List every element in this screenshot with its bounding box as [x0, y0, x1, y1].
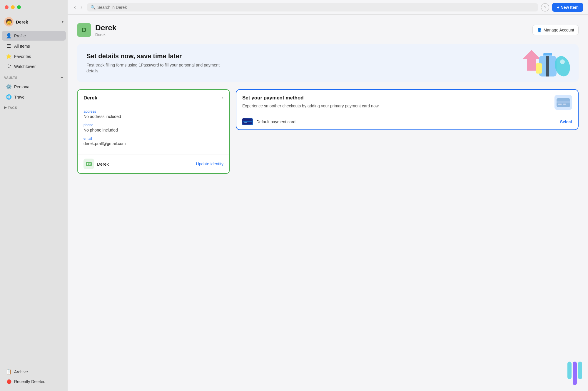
banner: Set details now, save time later Fast tr… — [77, 44, 579, 82]
toolbar: ‹ › 🔍 ? + New Item — [68, 0, 588, 15]
sidebar-item-watchtower[interactable]: 🛡 Watchtower — [2, 62, 66, 71]
profile-field-phone: phone No phone included — [83, 123, 223, 132]
email-value: derek.prall@gmail.com — [83, 141, 223, 146]
traffic-light-yellow[interactable] — [11, 5, 15, 9]
profile-card-fields: address No address included phone No pho… — [78, 105, 229, 154]
svg-rect-4 — [546, 56, 549, 76]
sidebar-item-archive[interactable]: 📋 Archive — [2, 367, 66, 377]
phone-value: No phone included — [83, 128, 223, 132]
cards-row: Derek › address No address included phon… — [77, 89, 579, 174]
identity-icon — [83, 159, 94, 169]
svg-rect-17 — [243, 121, 252, 122]
star-icon: ⭐ — [6, 54, 12, 59]
chevron-down-icon: ▾ — [62, 20, 64, 24]
svg-rect-18 — [244, 122, 247, 123]
main-content: ‹ › 🔍 ? + New Item D Derek Derek 👤 Ma — [68, 0, 588, 391]
trash-icon: 🔴 — [6, 379, 12, 384]
search-icon: 🔍 — [91, 5, 96, 10]
sidebar-item-personal[interactable]: ⚙️ Personal — [2, 82, 66, 91]
payment-card-illustration — [554, 95, 572, 110]
banner-illustration — [514, 47, 573, 79]
sidebar-username: Derek — [16, 19, 62, 24]
sidebar-item-label: Watchtower — [14, 64, 36, 69]
deco-bar-2 — [573, 362, 577, 385]
all-items-icon: ☰ — [6, 43, 12, 49]
chevron-right-icon: › — [222, 95, 223, 101]
default-payment-label: Default payment card — [256, 119, 557, 124]
sidebar-item-travel[interactable]: 🌐 Travel — [2, 92, 66, 102]
sidebar-item-recently-deleted[interactable]: 🔴 Recently Deleted — [2, 377, 66, 386]
banner-title: Set details now, save time later — [86, 52, 569, 60]
traffic-light-red[interactable] — [5, 5, 9, 9]
forward-button[interactable]: › — [79, 4, 84, 11]
svg-point-6 — [560, 59, 565, 64]
page-subtitle: Derek — [95, 32, 532, 37]
payment-card-top: Set your payment method Experience smoot… — [236, 90, 578, 114]
svg-rect-11 — [89, 164, 91, 165]
sidebar-item-all-items[interactable]: ☰ All Items — [2, 41, 66, 51]
sidebar-item-label: Personal — [14, 84, 30, 89]
nav-arrows: ‹ › — [72, 4, 84, 11]
profile-icon: 👤 — [6, 33, 12, 39]
deco-bar-1 — [567, 362, 572, 379]
svg-rect-13 — [557, 101, 570, 103]
identity-info: Derek — [83, 159, 109, 169]
sidebar-item-label: Travel — [14, 95, 25, 99]
search-input[interactable] — [97, 5, 534, 10]
payment-card-info: Set your payment method Experience smoot… — [242, 95, 550, 109]
archive-icon: 📋 — [6, 369, 12, 375]
globe-icon: 🌐 — [6, 94, 12, 100]
page-header-avatar: D — [77, 23, 91, 37]
sidebar-item-label: Favorites — [14, 54, 31, 59]
manage-account-button[interactable]: 👤 Manage Account — [532, 25, 579, 35]
svg-rect-8 — [86, 162, 92, 166]
bottom-decoration — [567, 362, 582, 385]
sidebar-item-profile[interactable]: 👤 Profile — [2, 31, 66, 41]
help-button[interactable]: ? — [541, 3, 549, 11]
profile-card-header[interactable]: Derek › — [78, 90, 229, 105]
email-label: email — [83, 137, 223, 141]
gear-icon: ⚙️ — [6, 84, 12, 89]
update-identity-button[interactable]: Update identity — [196, 162, 223, 166]
payment-card-footer: Default payment card Select — [236, 114, 578, 129]
back-button[interactable]: ‹ — [72, 4, 78, 11]
page-header: D Derek Derek 👤 Manage Account — [77, 23, 579, 37]
svg-point-9 — [87, 163, 88, 165]
svg-rect-10 — [89, 163, 91, 164]
sidebar-item-label: Recently Deleted — [14, 379, 46, 384]
select-button[interactable]: Select — [560, 119, 572, 124]
profile-card: Derek › address No address included phon… — [77, 89, 230, 174]
profile-card-name: Derek — [83, 95, 97, 101]
vaults-section-header: VAULTS + — [0, 73, 68, 81]
deco-bar-3 — [578, 362, 582, 379]
svg-rect-3 — [543, 53, 552, 55]
profile-card-footer: Derek Update identity — [78, 154, 229, 173]
sidebar-item-favorites[interactable]: ⭐ Favorites — [2, 51, 66, 61]
address-label: address — [83, 109, 223, 114]
add-vault-icon[interactable]: + — [61, 75, 64, 80]
payment-card-subtitle: Experience smoother checkouts by adding … — [242, 103, 550, 109]
tags-section-header: ▶ TAGS — [0, 103, 68, 111]
credit-card-icon — [242, 118, 253, 125]
sidebar-user-header[interactable]: 🧑 Derek ▾ — [0, 15, 68, 29]
traffic-light-green[interactable] — [17, 5, 21, 9]
banner-subtitle: Fast track filling forms using 1Password… — [86, 62, 228, 74]
svg-rect-14 — [558, 104, 562, 105]
sidebar-item-label: Archive — [14, 370, 28, 374]
content-area: D Derek Derek 👤 Manage Account Set detai… — [68, 15, 588, 391]
phone-label: phone — [83, 123, 223, 127]
profile-field-email: email derek.prall@gmail.com — [83, 137, 223, 146]
avatar: 🧑 — [4, 17, 14, 26]
svg-rect-7 — [536, 63, 542, 74]
identity-name: Derek — [97, 162, 109, 167]
search-bar[interactable]: 🔍 — [87, 3, 538, 11]
payment-card-title: Set your payment method — [242, 95, 550, 101]
page-header-titles: Derek Derek — [95, 23, 532, 37]
banner-text: Set details now, save time later Fast tr… — [86, 52, 569, 74]
shield-icon: 🛡 — [6, 64, 12, 69]
payment-card: Set your payment method Experience smoot… — [236, 89, 579, 130]
address-value: No address included — [83, 114, 223, 119]
profile-field-address: address No address included — [83, 109, 223, 119]
new-item-button[interactable]: + New Item — [552, 3, 583, 12]
svg-rect-15 — [563, 104, 566, 105]
